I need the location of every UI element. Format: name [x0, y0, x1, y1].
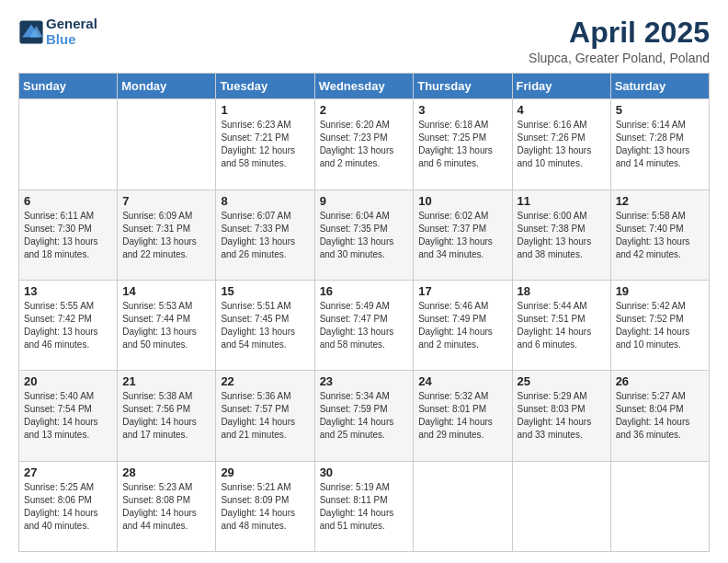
day-number: 3 [418, 103, 506, 117]
day-info: Sunrise: 5:27 AM Sunset: 8:04 PM Dayligh… [616, 390, 704, 442]
day-cell: 19Sunrise: 5:42 AM Sunset: 7:52 PM Dayli… [610, 280, 709, 370]
day-cell: 10Sunrise: 6:02 AM Sunset: 7:37 PM Dayli… [414, 190, 512, 280]
day-info: Sunrise: 5:46 AM Sunset: 7:49 PM Dayligh… [418, 300, 506, 351]
dow-header-wednesday: Wednesday [314, 74, 414, 99]
day-cell: 26Sunrise: 5:27 AM Sunset: 8:04 PM Dayli… [610, 371, 709, 461]
day-cell: 30Sunrise: 5:19 AM Sunset: 8:11 PM Dayli… [314, 461, 414, 551]
day-cell: 27Sunrise: 5:25 AM Sunset: 8:06 PM Dayli… [19, 461, 118, 551]
day-info: Sunrise: 5:21 AM Sunset: 8:09 PM Dayligh… [221, 481, 309, 533]
day-info: Sunrise: 6:23 AM Sunset: 7:21 PM Dayligh… [221, 119, 309, 170]
day-number: 5 [616, 103, 704, 117]
day-info: Sunrise: 5:42 AM Sunset: 7:52 PM Dayligh… [616, 300, 704, 351]
day-info: Sunrise: 5:58 AM Sunset: 7:40 PM Dayligh… [616, 210, 704, 261]
logo-line1: General [46, 17, 97, 32]
dow-header-monday: Monday [118, 74, 216, 99]
day-info: Sunrise: 5:32 AM Sunset: 8:01 PM Dayligh… [418, 390, 506, 442]
day-number: 2 [320, 103, 409, 117]
day-cell: 12Sunrise: 5:58 AM Sunset: 7:40 PM Dayli… [610, 190, 709, 280]
week-row-2: 6Sunrise: 6:11 AM Sunset: 7:30 PM Daylig… [19, 190, 710, 280]
day-number: 21 [122, 374, 210, 388]
day-number: 24 [418, 374, 506, 388]
day-info: Sunrise: 5:19 AM Sunset: 8:11 PM Dayligh… [320, 481, 409, 533]
day-cell [19, 99, 118, 190]
day-cell: 20Sunrise: 5:40 AM Sunset: 7:54 PM Dayli… [19, 371, 118, 461]
day-number: 8 [221, 194, 309, 208]
day-cell: 2Sunrise: 6:20 AM Sunset: 7:23 PM Daylig… [314, 99, 414, 190]
day-number: 27 [24, 465, 112, 479]
day-number: 6 [24, 194, 112, 208]
day-number: 30 [320, 465, 409, 479]
day-cell: 17Sunrise: 5:46 AM Sunset: 7:49 PM Dayli… [414, 280, 512, 370]
day-number: 28 [122, 465, 210, 479]
day-number: 11 [518, 194, 606, 208]
day-cell [118, 99, 216, 190]
logo: General Blue [18, 17, 97, 47]
day-number: 15 [221, 284, 309, 298]
day-cell: 28Sunrise: 5:23 AM Sunset: 8:08 PM Dayli… [118, 461, 216, 551]
logo-line2: Blue [46, 32, 97, 48]
day-number: 16 [320, 284, 409, 298]
day-info: Sunrise: 6:16 AM Sunset: 7:26 PM Dayligh… [518, 119, 606, 170]
page: General Blue April 2025 Slupca, Greater … [0, 0, 728, 563]
month-title: April 2025 [529, 17, 710, 49]
day-number: 10 [418, 194, 506, 208]
header: General Blue April 2025 Slupca, Greater … [18, 17, 710, 65]
day-info: Sunrise: 5:29 AM Sunset: 8:03 PM Dayligh… [518, 390, 606, 442]
day-number: 14 [122, 284, 210, 298]
dow-header-friday: Friday [512, 74, 610, 99]
day-cell: 7Sunrise: 6:09 AM Sunset: 7:31 PM Daylig… [118, 190, 216, 280]
day-info: Sunrise: 5:23 AM Sunset: 8:08 PM Dayligh… [122, 481, 210, 533]
day-number: 25 [518, 374, 606, 388]
day-cell: 29Sunrise: 5:21 AM Sunset: 8:09 PM Dayli… [216, 461, 314, 551]
day-info: Sunrise: 5:53 AM Sunset: 7:44 PM Dayligh… [122, 300, 210, 351]
day-number: 26 [616, 374, 704, 388]
day-info: Sunrise: 6:11 AM Sunset: 7:30 PM Dayligh… [24, 210, 112, 261]
day-info: Sunrise: 6:07 AM Sunset: 7:33 PM Dayligh… [221, 210, 309, 261]
day-info: Sunrise: 6:14 AM Sunset: 7:28 PM Dayligh… [616, 119, 704, 170]
week-row-3: 13Sunrise: 5:55 AM Sunset: 7:42 PM Dayli… [19, 280, 710, 370]
day-cell: 23Sunrise: 5:34 AM Sunset: 7:59 PM Dayli… [314, 371, 414, 461]
day-info: Sunrise: 6:09 AM Sunset: 7:31 PM Dayligh… [122, 210, 210, 261]
day-info: Sunrise: 6:02 AM Sunset: 7:37 PM Dayligh… [418, 210, 506, 261]
day-cell: 1Sunrise: 6:23 AM Sunset: 7:21 PM Daylig… [216, 99, 314, 190]
day-cell [414, 461, 512, 551]
day-number: 9 [320, 194, 409, 208]
day-info: Sunrise: 6:20 AM Sunset: 7:23 PM Dayligh… [320, 119, 409, 170]
day-cell: 21Sunrise: 5:38 AM Sunset: 7:56 PM Dayli… [118, 371, 216, 461]
day-info: Sunrise: 5:55 AM Sunset: 7:42 PM Dayligh… [24, 300, 112, 351]
day-cell: 3Sunrise: 6:18 AM Sunset: 7:25 PM Daylig… [414, 99, 512, 190]
day-cell: 18Sunrise: 5:44 AM Sunset: 7:51 PM Dayli… [512, 280, 610, 370]
day-number: 13 [24, 284, 112, 298]
day-number: 17 [418, 284, 506, 298]
day-cell: 8Sunrise: 6:07 AM Sunset: 7:33 PM Daylig… [216, 190, 314, 280]
day-number: 20 [24, 374, 112, 388]
day-cell: 15Sunrise: 5:51 AM Sunset: 7:45 PM Dayli… [216, 280, 314, 370]
day-cell: 14Sunrise: 5:53 AM Sunset: 7:44 PM Dayli… [118, 280, 216, 370]
day-number: 12 [616, 194, 704, 208]
day-number: 23 [320, 374, 409, 388]
day-cell: 22Sunrise: 5:36 AM Sunset: 7:57 PM Dayli… [216, 371, 314, 461]
day-info: Sunrise: 5:34 AM Sunset: 7:59 PM Dayligh… [320, 390, 409, 442]
dow-header-sunday: Sunday [19, 74, 118, 99]
day-number: 1 [221, 103, 309, 117]
day-cell [610, 461, 709, 551]
day-number: 29 [221, 465, 309, 479]
location-subtitle: Slupca, Greater Poland, Poland [529, 51, 710, 65]
calendar-body: 1Sunrise: 6:23 AM Sunset: 7:21 PM Daylig… [19, 99, 710, 552]
day-number: 18 [518, 284, 606, 298]
day-cell: 4Sunrise: 6:16 AM Sunset: 7:26 PM Daylig… [512, 99, 610, 190]
day-number: 19 [616, 284, 704, 298]
day-cell: 6Sunrise: 6:11 AM Sunset: 7:30 PM Daylig… [19, 190, 118, 280]
dow-header-tuesday: Tuesday [216, 74, 314, 99]
day-info: Sunrise: 5:25 AM Sunset: 8:06 PM Dayligh… [24, 481, 112, 533]
week-row-4: 20Sunrise: 5:40 AM Sunset: 7:54 PM Dayli… [19, 371, 710, 461]
day-cell [512, 461, 610, 551]
dow-header-saturday: Saturday [610, 74, 709, 99]
day-cell: 9Sunrise: 6:04 AM Sunset: 7:35 PM Daylig… [314, 190, 414, 280]
day-info: Sunrise: 5:36 AM Sunset: 7:57 PM Dayligh… [221, 390, 309, 442]
day-info: Sunrise: 6:00 AM Sunset: 7:38 PM Dayligh… [518, 210, 606, 261]
day-number: 7 [122, 194, 210, 208]
week-row-5: 27Sunrise: 5:25 AM Sunset: 8:06 PM Dayli… [19, 461, 710, 551]
day-of-week-header: SundayMondayTuesdayWednesdayThursdayFrid… [19, 74, 710, 99]
day-cell: 11Sunrise: 6:00 AM Sunset: 7:38 PM Dayli… [512, 190, 610, 280]
